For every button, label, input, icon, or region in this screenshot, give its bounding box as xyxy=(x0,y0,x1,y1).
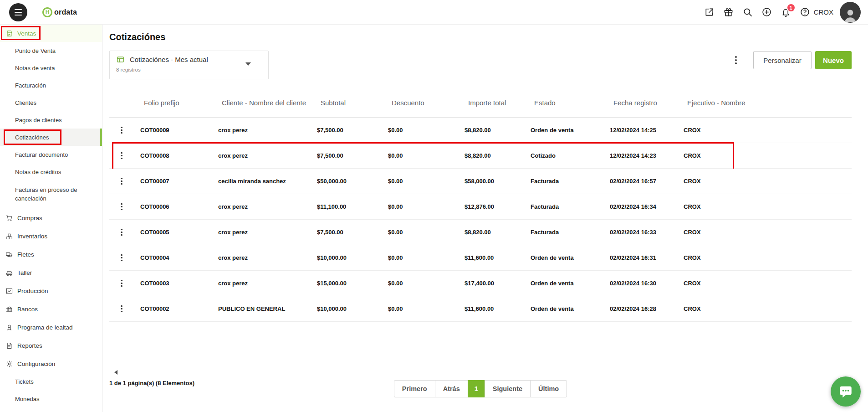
row-menu-button[interactable] xyxy=(117,277,127,290)
sidebar-item-label: Producción xyxy=(17,288,90,294)
page-button-primero[interactable]: Primero xyxy=(394,380,435,397)
cell-fecha: 02/02/2024 16:28 xyxy=(609,305,683,312)
app-logo[interactable]: H ordata xyxy=(42,7,77,17)
sidebar-item-compras[interactable]: Compras xyxy=(0,209,102,227)
sidebar-item-label: Clientes xyxy=(15,99,88,106)
search-button[interactable] xyxy=(742,7,753,17)
cell-ejecutivo: CROX xyxy=(683,229,852,236)
row-menu-button[interactable] xyxy=(117,226,127,239)
cell-actions xyxy=(109,149,139,163)
nuevo-button[interactable]: Nuevo xyxy=(815,51,852,69)
sidebar-item-inventarios[interactable]: Inventarios xyxy=(0,227,102,245)
page-button-siguiente[interactable]: Siguiente xyxy=(485,380,531,397)
sidebar-item-punto-de-venta[interactable]: Punto de Venta xyxy=(0,42,102,59)
cell-descuento: $0.00 xyxy=(387,229,464,236)
sidebar-item-pagos-de-clientes[interactable]: Pagos de clientes xyxy=(0,111,102,129)
sidebar-item-reportes[interactable]: Reportes xyxy=(0,336,102,355)
cell-actions xyxy=(109,226,139,239)
table-options-button[interactable] xyxy=(730,52,742,68)
page-button-1[interactable]: 1 xyxy=(468,380,485,397)
sidebar-item-notas-de-creditos[interactable]: Notas de créditos xyxy=(0,163,102,180)
scroll-left-arrow-icon[interactable] xyxy=(112,370,117,375)
sidebar-item-configuracion[interactable]: Configuración xyxy=(0,355,102,373)
table-row-cot00008[interactable]: COT00008crox perez$7,500.00$0.00$8,820.0… xyxy=(109,143,852,169)
view-selector-row: Cotizaciónes - Mes actual xyxy=(116,55,262,64)
main-content: Cotizaciónes Cotizaciónes - Mes actual 8… xyxy=(103,25,868,412)
sidebar-item-label: Programa de lealtad xyxy=(17,324,90,331)
cell-subtotal: $15,000.00 xyxy=(316,280,387,287)
sidebar-item-facturas-en-proceso-de-cancelacion[interactable]: Facturas en proceso de cancelación xyxy=(0,180,102,209)
chat-bubble-icon xyxy=(837,383,854,400)
notifications-button[interactable]: 1 xyxy=(781,7,791,17)
sidebar-item-monedas[interactable]: Monedas xyxy=(0,390,102,407)
sidebar-item-produccion[interactable]: Producción xyxy=(0,282,102,300)
sidebar-item-clientes[interactable]: Clientes xyxy=(0,94,102,111)
row-menu-button[interactable] xyxy=(117,149,127,163)
storefront-icon xyxy=(5,30,13,37)
sidebar-item-label: Ventas xyxy=(17,30,90,37)
column-header-descuento[interactable]: Descuento xyxy=(387,98,464,108)
gift-button[interactable] xyxy=(723,7,734,17)
sidebar-item-tickets[interactable]: Tickets xyxy=(0,373,102,390)
view-selector-dropdown[interactable]: Cotizaciónes - Mes actual 8 registros xyxy=(109,51,269,79)
row-menu-button[interactable] xyxy=(117,302,127,316)
column-header-folio[interactable]: Folio prefijo xyxy=(139,98,217,108)
cell-ejecutivo: CROX xyxy=(683,280,852,287)
help-button[interactable] xyxy=(800,7,810,17)
cell-importe: $11,600.00 xyxy=(464,305,530,312)
sidebar-item-bancos[interactable]: Bancos xyxy=(0,300,102,318)
new-item-button[interactable] xyxy=(761,7,772,17)
sidebar-item-fletes[interactable]: Fletes xyxy=(0,245,102,263)
sidebar-item-facturar-documento[interactable]: Facturar documento xyxy=(0,146,102,163)
column-header-cliente[interactable]: Cliente - Nombre del cliente xyxy=(217,98,316,108)
report-icon xyxy=(5,342,13,350)
menu-button[interactable] xyxy=(9,3,27,21)
cell-folio: COT00007 xyxy=(139,178,217,185)
sidebar-item-programa-de-lealtad[interactable]: Programa de lealtad xyxy=(0,318,102,336)
sidebar-item-facturacion[interactable]: Facturación xyxy=(0,77,102,94)
table-row-cot00009[interactable]: COT00009crox perez$7,500.00$0.00$8,820.0… xyxy=(109,118,852,143)
page-button-atras[interactable]: Atrás xyxy=(435,380,468,397)
column-header-subtotal[interactable]: Subtotal xyxy=(316,98,387,108)
cell-importe: $12,876.00 xyxy=(464,203,530,210)
page-button-ultimo[interactable]: Último xyxy=(530,380,567,397)
sidebar-item-notas-de-venta[interactable]: Notas de venta xyxy=(0,59,102,77)
row-menu-button[interactable] xyxy=(117,124,127,137)
horizontal-scrollbar[interactable] xyxy=(109,370,852,375)
column-header-ejecutivo[interactable]: Ejecutivo - Nombre xyxy=(683,98,852,108)
sidebar-item-label: Configuración xyxy=(17,360,90,367)
cell-actions xyxy=(109,251,139,265)
column-header-importe-total[interactable]: Importe total xyxy=(464,98,530,108)
sidebar-item-label: Facturas en proceso de cancelación xyxy=(15,186,88,203)
external-link-button[interactable] xyxy=(704,7,715,17)
cell-subtotal: $11,100.00 xyxy=(316,203,387,210)
cell-actions xyxy=(109,124,139,137)
cell-ejecutivo: CROX xyxy=(683,178,852,185)
table-row-cot00006[interactable]: COT00006crox perez$11,100.00$0.00$12,876… xyxy=(109,194,852,220)
cell-descuento: $0.00 xyxy=(387,203,464,210)
cell-cliente: crox perez xyxy=(217,280,316,287)
sidebar-item-ventas[interactable]: Ventas xyxy=(0,25,102,42)
column-header-estado[interactable]: Estado xyxy=(530,98,609,108)
cell-importe: $17,400.00 xyxy=(464,280,530,287)
row-menu-button[interactable] xyxy=(117,175,127,188)
hamburger-icon xyxy=(15,9,22,15)
row-menu-button[interactable] xyxy=(117,200,127,214)
cell-fecha: 02/02/2024 16:34 xyxy=(609,203,683,210)
table-row-cot00007[interactable]: COT00007cecilia miranda sanchez$50,000.0… xyxy=(109,169,852,194)
sidebar-item-cotizaciones[interactable]: Cotizaciónes xyxy=(0,129,102,146)
cell-folio: COT00006 xyxy=(139,203,217,210)
gift-icon xyxy=(723,7,734,17)
personalizar-button[interactable]: Personalizar xyxy=(753,51,812,69)
table-row-cot00004[interactable]: COT00004crox perez$10,000.00$0.00$11,600… xyxy=(109,245,852,271)
sidebar: VentasPunto de VentaNotas de ventaFactur… xyxy=(0,25,102,412)
table-row-cot00003[interactable]: COT00003crox perez$15,000.00$0.00$17,400… xyxy=(109,271,852,296)
cell-ejecutivo: CROX xyxy=(683,254,852,261)
row-menu-button[interactable] xyxy=(117,251,127,265)
table-row-cot00005[interactable]: COT00005crox perez$7,500.00$0.00$8,820.0… xyxy=(109,220,852,245)
chat-button[interactable] xyxy=(831,376,861,407)
table-row-cot00002[interactable]: COT00002PUBLICO EN GENERAL$10,000.00$0.0… xyxy=(109,296,852,322)
sidebar-item-taller[interactable]: Taller xyxy=(0,263,102,282)
column-header-fecha-registro[interactable]: Fecha registro xyxy=(609,98,683,108)
user-avatar[interactable] xyxy=(840,2,861,23)
